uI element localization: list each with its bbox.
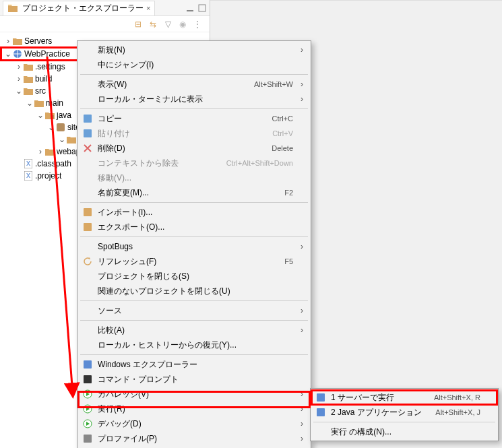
menu-item-label: 1 サーバーで実行 bbox=[331, 392, 426, 404]
close-icon[interactable]: × bbox=[146, 4, 150, 12]
filter-icon[interactable]: ▽ bbox=[162, 19, 173, 30]
menu-item-label: 2 Java アプリケーション bbox=[331, 407, 427, 418]
menu-item-accel: Ctrl+V bbox=[272, 129, 293, 137]
svg-rect-1 bbox=[199, 5, 206, 11]
ctx-item-27[interactable]: コマンド・プロンプト bbox=[79, 372, 309, 387]
tree-label: java bbox=[57, 110, 71, 120]
ctx-item-23[interactable]: 比較(A)› bbox=[79, 323, 309, 338]
ctx-item-13[interactable]: インポート(I)... bbox=[79, 205, 309, 220]
tree-label: .settings bbox=[35, 62, 65, 71]
ctx-item-11[interactable]: 名前変更(M)...F2 bbox=[79, 185, 309, 200]
submenu-arrow-icon: › bbox=[299, 325, 305, 335]
run-item-0[interactable]: 1 サーバーで実行Alt+Shift+X, R bbox=[312, 390, 497, 405]
menu-item-label: カバレッジ(V) bbox=[98, 389, 293, 400]
ctx-item-4[interactable]: ローカル・ターミナルに表示› bbox=[79, 92, 309, 106]
chevron-right-icon[interactable]: › bbox=[36, 148, 44, 156]
menu-item-label: デバッグ(D) bbox=[98, 418, 293, 430]
ctx-item-28[interactable]: カバレッジ(V)› bbox=[79, 387, 309, 402]
svg-rect-0 bbox=[187, 10, 193, 11]
context-menu: 新規(N)›中にジャンプ(I)表示(W)Alt+Shift+W›ローカル・ターミ… bbox=[77, 40, 311, 448]
ctx-item-29[interactable]: 実行(R)› bbox=[79, 402, 309, 416]
ctx-item-16[interactable]: SpotBugs› bbox=[79, 239, 309, 254]
minimize-icon[interactable] bbox=[185, 3, 195, 13]
menu-item-label: コンテキストから除去 bbox=[98, 158, 218, 169]
cmd-icon bbox=[82, 374, 94, 385]
menu-item-label: 移動(V)... bbox=[98, 172, 293, 184]
ctx-item-31[interactable]: プロファイル(P)› bbox=[79, 431, 309, 446]
coverage-icon bbox=[82, 389, 94, 399]
menu-item-label: コマンド・プロンプト bbox=[98, 374, 293, 385]
menu-item-label: SpotBugs bbox=[98, 242, 293, 251]
menu-item-label: ローカル・ヒストリーからの復元(Y)... bbox=[98, 340, 293, 351]
menu-separator bbox=[80, 74, 308, 75]
svg-rect-11 bbox=[84, 208, 92, 216]
chevron-down-icon[interactable]: ⌄ bbox=[58, 135, 66, 143]
debug-icon bbox=[82, 418, 94, 429]
folder-icon bbox=[23, 86, 34, 96]
folder-icon bbox=[66, 134, 77, 145]
ctx-item-30[interactable]: デバッグ(D)› bbox=[79, 416, 309, 431]
blank-icon bbox=[82, 94, 94, 104]
ctx-item-17[interactable]: リフレッシュ(F)F5 bbox=[79, 254, 309, 269]
blank-icon bbox=[82, 187, 94, 198]
menu-item-label: ローカル・ターミナルに表示 bbox=[98, 94, 293, 105]
ctx-item-10: 移動(V)... bbox=[79, 170, 309, 185]
svg-rect-3 bbox=[51, 115, 54, 119]
ctx-item-0[interactable]: 新規(N)› bbox=[79, 42, 309, 57]
menu-item-label: プロファイル(P) bbox=[98, 433, 293, 445]
chevron-right-icon[interactable]: › bbox=[4, 37, 12, 45]
ctx-item-6[interactable]: コピーCtrl+C bbox=[79, 111, 309, 126]
collapse-all-icon[interactable]: ⊟ bbox=[133, 19, 144, 30]
view-menu-icon[interactable]: ⋮ bbox=[192, 19, 203, 30]
menu-item-accel: Ctrl+Alt+Shift+Down bbox=[226, 159, 293, 167]
file-icon: x bbox=[23, 158, 34, 169]
menu-item-label: 実行 の構成(N)... bbox=[331, 426, 480, 438]
project-explorer-tab[interactable]: プロジェクト・エクスプローラー × bbox=[3, 1, 155, 15]
menu-item-accel: F2 bbox=[284, 189, 293, 197]
run-item-3[interactable]: 実行 の構成(N)... bbox=[312, 424, 497, 439]
maximize-icon[interactable] bbox=[197, 3, 207, 13]
chevron-down-icon[interactable]: ⌄ bbox=[36, 111, 44, 119]
blank-icon bbox=[82, 340, 94, 350]
svg-rect-12 bbox=[84, 223, 92, 231]
ctx-item-21[interactable]: ソース› bbox=[79, 303, 309, 318]
tree-item-webpractice[interactable]: ⌄ WebPractice bbox=[1, 48, 81, 60]
chevron-right-icon[interactable]: › bbox=[15, 75, 23, 83]
focus-icon[interactable]: ◉ bbox=[177, 19, 188, 30]
svg-text:x: x bbox=[26, 159, 30, 168]
run-submenu: 1 サーバーで実行Alt+Shift+X, R2 Java アプリケーションAl… bbox=[310, 388, 499, 441]
ctx-item-18[interactable]: プロジェクトを閉じる(S) bbox=[79, 269, 309, 284]
chevron-down-icon[interactable]: ⌄ bbox=[15, 87, 23, 95]
menu-separator bbox=[80, 108, 308, 109]
blank-icon bbox=[315, 426, 327, 437]
submenu-arrow-icon: › bbox=[299, 419, 305, 428]
export-icon bbox=[82, 222, 94, 232]
chevron-right-icon[interactable]: › bbox=[15, 63, 23, 71]
tree-label: .classpath bbox=[35, 159, 71, 168]
chevron-down-icon[interactable]: ⌄ bbox=[4, 50, 12, 58]
delete-icon bbox=[82, 143, 94, 154]
server-icon bbox=[315, 392, 327, 403]
menu-separator bbox=[80, 300, 308, 301]
link-editor-icon[interactable]: ⇆ bbox=[148, 19, 158, 30]
chevron-down-icon[interactable]: ⌄ bbox=[47, 123, 55, 131]
ctx-item-3[interactable]: 表示(W)Alt+Shift+W› bbox=[79, 77, 309, 92]
folder-icon bbox=[12, 36, 23, 46]
svg-rect-10 bbox=[84, 129, 92, 137]
ctx-item-24[interactable]: ローカル・ヒストリーからの復元(Y)... bbox=[79, 338, 309, 352]
ctx-item-1[interactable]: 中にジャンプ(I) bbox=[79, 57, 309, 72]
menu-item-label: 新規(N) bbox=[98, 44, 293, 56]
menu-item-label: エクスポート(O)... bbox=[98, 222, 293, 233]
ctx-item-8[interactable]: 削除(D)Delete bbox=[79, 141, 309, 156]
java-icon bbox=[315, 407, 327, 418]
menu-item-accel: Alt+Shift+X, J bbox=[435, 408, 480, 416]
svg-rect-9 bbox=[84, 115, 92, 123]
menu-item-label: 名前変更(M)... bbox=[98, 187, 276, 199]
ctx-item-14[interactable]: エクスポート(O)... bbox=[79, 220, 309, 234]
run-item-1[interactable]: 2 Java アプリケーションAlt+Shift+X, J bbox=[312, 405, 497, 420]
submenu-arrow-icon: › bbox=[299, 434, 305, 443]
svg-rect-18 bbox=[84, 435, 92, 443]
chevron-down-icon[interactable]: ⌄ bbox=[26, 99, 34, 107]
ctx-item-26[interactable]: Windows エクスプローラー bbox=[79, 357, 309, 372]
ctx-item-19[interactable]: 関連のないプロジェクトを閉じる(U) bbox=[79, 284, 309, 298]
